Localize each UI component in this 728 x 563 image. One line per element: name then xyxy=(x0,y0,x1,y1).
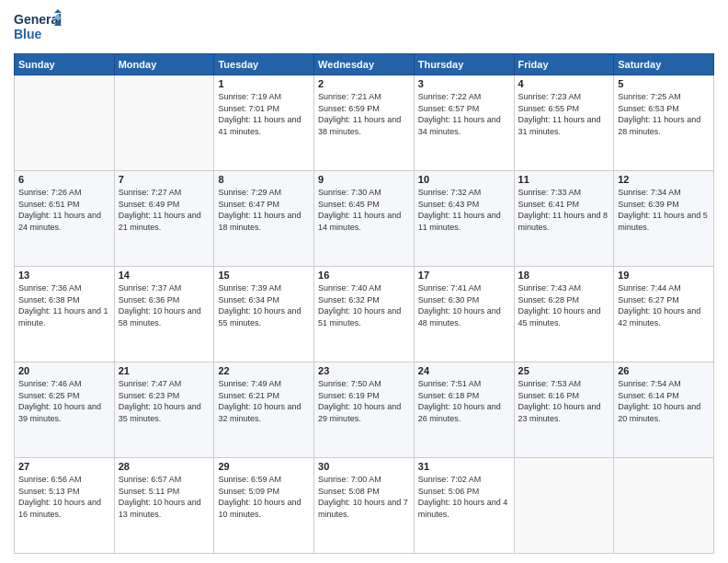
day-number: 9 xyxy=(318,174,410,185)
calendar-day-cell: 24Sunrise: 7:51 AM Sunset: 6:18 PM Dayli… xyxy=(414,362,514,458)
weekday-header: Tuesday xyxy=(214,54,314,75)
day-number: 4 xyxy=(518,78,610,89)
logo: GeneralBlue xyxy=(14,9,64,48)
day-number: 6 xyxy=(18,174,110,185)
day-number: 31 xyxy=(418,461,510,472)
calendar-week-row: 27Sunrise: 6:56 AM Sunset: 5:13 PM Dayli… xyxy=(15,458,714,554)
svg-marker-2 xyxy=(54,9,62,13)
calendar-day-cell: 9Sunrise: 7:30 AM Sunset: 6:45 PM Daylig… xyxy=(314,171,415,267)
day-info: Sunrise: 7:44 AM Sunset: 6:27 PM Dayligh… xyxy=(618,282,710,328)
day-number: 10 xyxy=(418,174,510,185)
day-number: 21 xyxy=(119,365,210,376)
day-info: Sunrise: 7:43 AM Sunset: 6:28 PM Dayligh… xyxy=(518,282,610,328)
day-number: 29 xyxy=(218,461,310,472)
day-number: 26 xyxy=(618,365,710,376)
day-number: 13 xyxy=(18,270,110,281)
calendar-day-cell: 15Sunrise: 7:39 AM Sunset: 6:34 PM Dayli… xyxy=(214,267,314,362)
day-info: Sunrise: 7:34 AM Sunset: 6:39 PM Dayligh… xyxy=(618,187,710,233)
day-number: 30 xyxy=(318,461,410,472)
weekday-header: Thursday xyxy=(414,54,514,75)
calendar-day-cell: 18Sunrise: 7:43 AM Sunset: 6:28 PM Dayli… xyxy=(514,267,614,362)
day-number: 1 xyxy=(218,78,310,89)
calendar-day-cell: 3Sunrise: 7:22 AM Sunset: 6:57 PM Daylig… xyxy=(414,75,514,171)
day-number: 27 xyxy=(18,461,110,472)
calendar: SundayMondayTuesdayWednesdayThursdayFrid… xyxy=(14,53,714,554)
calendar-week-row: 6Sunrise: 7:26 AM Sunset: 6:51 PM Daylig… xyxy=(15,171,714,267)
calendar-week-row: 20Sunrise: 7:46 AM Sunset: 6:25 PM Dayli… xyxy=(15,362,714,458)
calendar-day-cell: 22Sunrise: 7:49 AM Sunset: 6:21 PM Dayli… xyxy=(214,362,314,458)
calendar-day-cell xyxy=(514,458,614,554)
svg-text:Blue: Blue xyxy=(14,27,42,41)
calendar-day-cell: 28Sunrise: 6:57 AM Sunset: 5:11 PM Dayli… xyxy=(114,458,214,554)
calendar-day-cell: 4Sunrise: 7:23 AM Sunset: 6:55 PM Daylig… xyxy=(514,75,614,171)
weekday-header: Monday xyxy=(114,54,214,75)
calendar-day-cell: 11Sunrise: 7:33 AM Sunset: 6:41 PM Dayli… xyxy=(514,171,614,267)
day-info: Sunrise: 7:32 AM Sunset: 6:43 PM Dayligh… xyxy=(418,187,510,233)
day-number: 22 xyxy=(218,365,310,376)
day-number: 18 xyxy=(518,270,610,281)
calendar-day-cell: 19Sunrise: 7:44 AM Sunset: 6:27 PM Dayli… xyxy=(614,267,714,362)
day-info: Sunrise: 7:36 AM Sunset: 6:38 PM Dayligh… xyxy=(18,282,110,328)
calendar-day-cell: 26Sunrise: 7:54 AM Sunset: 6:14 PM Dayli… xyxy=(614,362,714,458)
header: GeneralBlue xyxy=(14,9,714,48)
day-number: 20 xyxy=(18,365,110,376)
calendar-day-cell: 27Sunrise: 6:56 AM Sunset: 5:13 PM Dayli… xyxy=(15,458,115,554)
calendar-day-cell xyxy=(15,75,115,171)
day-number: 2 xyxy=(318,78,410,89)
calendar-day-cell: 21Sunrise: 7:47 AM Sunset: 6:23 PM Dayli… xyxy=(114,362,214,458)
calendar-day-cell: 30Sunrise: 7:00 AM Sunset: 5:08 PM Dayli… xyxy=(314,458,415,554)
day-info: Sunrise: 7:37 AM Sunset: 6:36 PM Dayligh… xyxy=(119,282,210,328)
day-info: Sunrise: 7:30 AM Sunset: 6:45 PM Dayligh… xyxy=(318,187,410,233)
calendar-day-cell: 17Sunrise: 7:41 AM Sunset: 6:30 PM Dayli… xyxy=(414,267,514,362)
calendar-day-cell: 10Sunrise: 7:32 AM Sunset: 6:43 PM Dayli… xyxy=(414,171,514,267)
weekday-header: Saturday xyxy=(614,54,714,75)
day-number: 3 xyxy=(418,78,510,89)
weekday-header-row: SundayMondayTuesdayWednesdayThursdayFrid… xyxy=(15,54,714,75)
calendar-day-cell: 13Sunrise: 7:36 AM Sunset: 6:38 PM Dayli… xyxy=(15,267,115,362)
logo-svg: GeneralBlue xyxy=(14,9,64,48)
day-info: Sunrise: 7:39 AM Sunset: 6:34 PM Dayligh… xyxy=(218,282,310,328)
day-info: Sunrise: 6:59 AM Sunset: 5:09 PM Dayligh… xyxy=(218,474,310,520)
weekday-header: Friday xyxy=(514,54,614,75)
day-info: Sunrise: 7:25 AM Sunset: 6:53 PM Dayligh… xyxy=(618,91,710,137)
calendar-day-cell: 14Sunrise: 7:37 AM Sunset: 6:36 PM Dayli… xyxy=(114,267,214,362)
day-info: Sunrise: 7:19 AM Sunset: 7:01 PM Dayligh… xyxy=(218,91,310,137)
calendar-day-cell xyxy=(114,75,214,171)
day-info: Sunrise: 7:53 AM Sunset: 6:16 PM Dayligh… xyxy=(518,378,610,424)
day-info: Sunrise: 7:46 AM Sunset: 6:25 PM Dayligh… xyxy=(18,378,110,424)
day-info: Sunrise: 7:54 AM Sunset: 6:14 PM Dayligh… xyxy=(618,378,710,424)
day-number: 12 xyxy=(618,174,710,185)
day-number: 11 xyxy=(518,174,610,185)
calendar-day-cell: 1Sunrise: 7:19 AM Sunset: 7:01 PM Daylig… xyxy=(214,75,314,171)
calendar-day-cell: 25Sunrise: 7:53 AM Sunset: 6:16 PM Dayli… xyxy=(514,362,614,458)
day-info: Sunrise: 7:41 AM Sunset: 6:30 PM Dayligh… xyxy=(418,282,510,328)
calendar-day-cell: 23Sunrise: 7:50 AM Sunset: 6:19 PM Dayli… xyxy=(314,362,415,458)
day-number: 19 xyxy=(618,270,710,281)
day-info: Sunrise: 7:27 AM Sunset: 6:49 PM Dayligh… xyxy=(119,187,210,233)
calendar-week-row: 13Sunrise: 7:36 AM Sunset: 6:38 PM Dayli… xyxy=(15,267,714,362)
day-number: 23 xyxy=(318,365,410,376)
day-number: 28 xyxy=(119,461,210,472)
day-number: 7 xyxy=(119,174,210,185)
day-info: Sunrise: 7:00 AM Sunset: 5:08 PM Dayligh… xyxy=(318,474,410,520)
day-number: 14 xyxy=(119,270,210,281)
weekday-header: Sunday xyxy=(15,54,115,75)
calendar-week-row: 1Sunrise: 7:19 AM Sunset: 7:01 PM Daylig… xyxy=(15,75,714,171)
day-info: Sunrise: 7:33 AM Sunset: 6:41 PM Dayligh… xyxy=(518,187,610,233)
day-number: 25 xyxy=(518,365,610,376)
day-info: Sunrise: 7:47 AM Sunset: 6:23 PM Dayligh… xyxy=(119,378,210,424)
calendar-day-cell: 31Sunrise: 7:02 AM Sunset: 5:06 PM Dayli… xyxy=(414,458,514,554)
page: GeneralBlue SundayMondayTuesdayWednesday… xyxy=(0,0,728,563)
calendar-day-cell: 2Sunrise: 7:21 AM Sunset: 6:59 PM Daylig… xyxy=(314,75,415,171)
day-info: Sunrise: 7:29 AM Sunset: 6:47 PM Dayligh… xyxy=(218,187,310,233)
calendar-day-cell: 12Sunrise: 7:34 AM Sunset: 6:39 PM Dayli… xyxy=(614,171,714,267)
day-number: 17 xyxy=(418,270,510,281)
day-number: 16 xyxy=(318,270,410,281)
day-info: Sunrise: 6:57 AM Sunset: 5:11 PM Dayligh… xyxy=(119,474,210,520)
calendar-day-cell: 7Sunrise: 7:27 AM Sunset: 6:49 PM Daylig… xyxy=(114,171,214,267)
day-info: Sunrise: 7:49 AM Sunset: 6:21 PM Dayligh… xyxy=(218,378,310,424)
day-info: Sunrise: 7:51 AM Sunset: 6:18 PM Dayligh… xyxy=(418,378,510,424)
calendar-day-cell: 20Sunrise: 7:46 AM Sunset: 6:25 PM Dayli… xyxy=(15,362,115,458)
day-number: 5 xyxy=(618,78,710,89)
day-number: 8 xyxy=(218,174,310,185)
